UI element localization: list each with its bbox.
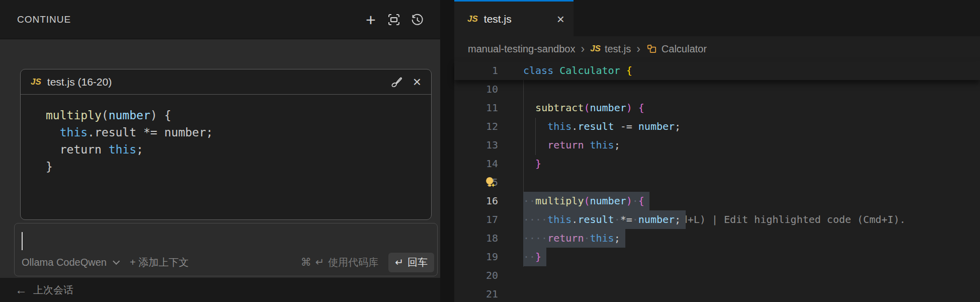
selection-highlight: ··multiply(number)·{: [523, 192, 649, 210]
close-tab-icon[interactable]: ×: [557, 13, 564, 26]
code-snippet-card: JS test.js (16-20) × multiply(number) { …: [20, 69, 432, 220]
editor-line-10[interactable]: 10: [454, 80, 980, 99]
breadcrumb-file[interactable]: JS test.js: [590, 43, 631, 55]
line-number[interactable]: 11: [454, 99, 498, 117]
card-code-line: }: [46, 158, 431, 175]
card-code-line: multiply(number) {: [46, 107, 431, 124]
close-icon[interactable]: ×: [413, 75, 421, 89]
card-code: multiply(number) { this.result *= number…: [21, 95, 431, 175]
plus-icon: +: [366, 11, 376, 28]
model-selector[interactable]: Ollama CodeQwen: [22, 257, 107, 268]
editor-line-20[interactable]: 20: [454, 266, 980, 285]
card-code-line: this.result *= number;: [46, 124, 431, 141]
tab-title: test.js: [484, 13, 512, 25]
line-number: 1: [454, 61, 498, 80]
selection-highlight: ··}: [523, 248, 546, 266]
sticky-code: class Calculator {: [523, 61, 632, 80]
line-number[interactable]: 13: [454, 136, 498, 155]
line-number[interactable]: 12: [454, 117, 498, 136]
continue-panel-header: CONTINUE +: [0, 0, 440, 39]
line-number[interactable]: 16: [454, 192, 498, 210]
breadcrumb: manual-testing-sandbox › JS test.js › Ca…: [454, 36, 980, 61]
line-number[interactable]: 19: [454, 248, 498, 266]
editor-line-16[interactable]: 16··multiply(number)·{: [454, 192, 980, 210]
continue-chat-area: JS test.js (16-20) × multiply(number) { …: [0, 39, 440, 278]
vscode-window: CONTINUE +: [0, 0, 980, 302]
continue-sidebar-panel: CONTINUE +: [0, 0, 440, 302]
previous-session-label: 上次会话: [33, 283, 73, 297]
sticky-scroll-line[interactable]: 1 class Calculator {: [454, 61, 980, 80]
enter-key-icon: ↵: [315, 256, 324, 268]
lightbulb-icon[interactable]: [484, 176, 498, 189]
line-number[interactable]: 17: [454, 210, 498, 229]
clipped-brace: }: [534, 80, 542, 83]
code-card-title: test.js (16-20): [47, 76, 112, 88]
submit-button-label: 回车: [407, 256, 428, 269]
submit-button[interactable]: ↵ 回车: [388, 253, 434, 272]
editor-line-13[interactable]: 13 return this;: [454, 136, 980, 155]
editor-tab-bar: JS test.js ×: [454, 0, 980, 36]
line-number[interactable]: 20: [454, 266, 498, 285]
selection-highlight: ····this.result·*=·number;: [523, 210, 686, 229]
input-toolbar: Ollama CodeQwen + 添加上下文 ⌘ ↵ 使用代码库 ↵ 回车: [22, 252, 434, 273]
new-session-button[interactable]: +: [363, 12, 379, 28]
panel-title: CONTINUE: [17, 14, 71, 25]
code-card-header: JS test.js (16-20) ×: [21, 69, 431, 95]
code-lines[interactable]: } 1011 subtract(number) {12 this.result …: [454, 80, 980, 302]
js-file-icon: JS: [31, 77, 41, 87]
selection-highlight: ····return·this;: [523, 229, 625, 248]
breadcrumb-folder[interactable]: manual-testing-sandbox: [468, 43, 575, 55]
line-number[interactable]: 10: [454, 80, 498, 99]
fullscreen-button[interactable]: [386, 12, 402, 28]
breadcrumb-separator: ›: [636, 42, 640, 56]
fullscreen-icon: [386, 12, 401, 27]
breadcrumb-separator: ›: [581, 42, 585, 56]
previous-session-link[interactable]: ← 上次会话: [0, 278, 440, 302]
editor-line-18[interactable]: 18····return·this;: [454, 229, 980, 248]
editor-line-12[interactable]: 12 this.result -= number;: [454, 117, 980, 136]
cmd-key-icon: ⌘: [301, 256, 311, 268]
tab-testjs[interactable]: JS test.js ×: [454, 0, 574, 36]
paintbrush-icon[interactable]: [388, 74, 404, 90]
left-arrow-icon: ←: [15, 284, 27, 296]
js-file-icon: JS: [590, 44, 601, 54]
editor-line-19[interactable]: 19··}: [454, 248, 980, 266]
editor-line-11[interactable]: 11 subtract(number) {: [454, 99, 980, 117]
chevron-down-icon[interactable]: [113, 258, 120, 265]
use-codebase-label: 使用代码库: [328, 256, 378, 269]
text-cursor: [22, 232, 23, 250]
editor-panel: JS test.js × manual-testing-sandbox › JS…: [454, 0, 980, 302]
chat-input-box[interactable]: Ollama CodeQwen + 添加上下文 ⌘ ↵ 使用代码库 ↵ 回车: [14, 223, 438, 276]
history-button[interactable]: [409, 12, 425, 28]
history-icon: [410, 12, 425, 27]
line-number[interactable]: 18: [454, 229, 498, 248]
editor-line-14[interactable]: 14 }: [454, 155, 980, 173]
editor-line-15[interactable]: 15 Add to chat (Cmd+L) | Edit highlighte…: [454, 173, 980, 192]
editor-line-21[interactable]: 21: [454, 285, 980, 302]
class-symbol-icon: [646, 43, 658, 55]
add-context-button[interactable]: + 添加上下文: [130, 256, 189, 269]
line-number[interactable]: 14: [454, 155, 498, 173]
breadcrumb-symbol[interactable]: Calculator: [646, 43, 707, 55]
enter-key-icon: ↵: [395, 256, 403, 268]
card-code-line: return this;: [46, 141, 431, 158]
line-number[interactable]: 21: [454, 285, 498, 302]
js-file-icon: JS: [467, 14, 478, 24]
